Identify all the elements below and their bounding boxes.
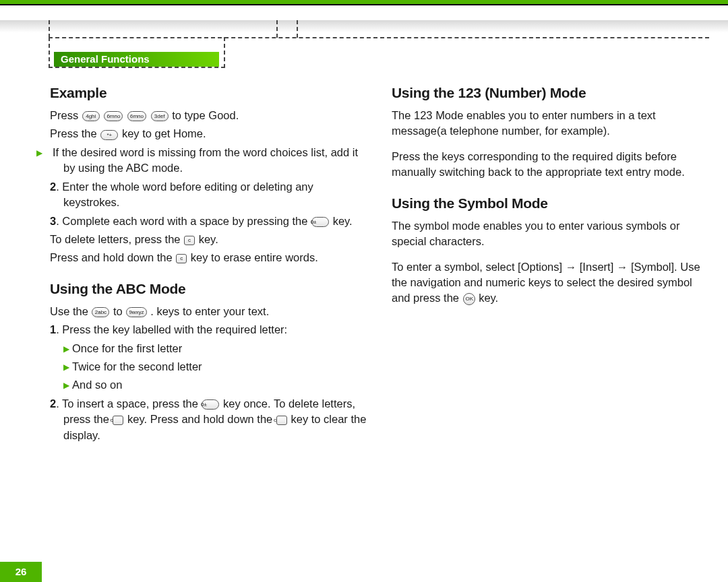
paragraph: To enter a symbol, select [Options] → [I… [392,259,709,306]
text: Twice for the second letter [72,360,202,373]
step-number: 2 [50,397,56,410]
text: . Enter the whole word before editing or… [56,181,313,208]
text: . To insert a space, press the [56,397,201,410]
text: key. [195,233,218,245]
heading-123-mode: Using the 123 (Number) Mode [392,85,709,101]
text: . Press the key labelled with the requir… [56,323,287,335]
key-6-icon: 6mno [104,111,123,121]
text: key. [330,215,353,227]
text: key. Press and hold down the [124,413,275,425]
crop-mark [49,20,50,38]
text: key. [476,292,499,304]
key-6-icon: 6mno [127,111,146,121]
text: . Complete each word with a space by pre… [56,215,311,227]
bullet-item: ▶If the desired word is missing from the… [50,145,367,176]
key-ok-icon: OK [463,293,475,305]
dashed-line [49,67,225,68]
step-number: 3 [50,215,56,227]
text: Press the [50,127,100,139]
text: Press [50,109,78,121]
key-c-icon: c [176,254,187,263]
bullet-item: ▶Twice for the second letter [50,359,367,375]
triangle-icon: ▶ [63,380,69,391]
heading-example: Example [50,85,367,101]
delete-line1: To delete letters, press the c key. [50,232,367,247]
text: Once for the first letter [72,342,182,354]
text: Press and hold down the [50,251,175,263]
example-line2: Press the *+ key to get Home. [50,126,367,141]
crop-mark [297,20,298,38]
delete-line2: Press and hold down the c key to erase e… [50,250,367,265]
text: key to get Home. [122,127,206,139]
step-number: 1 [50,323,56,335]
example-line1: Press 4ghi 6mno 6mno 3def to type Good. [50,108,367,123]
page-body: Example Press 4ghi 6mno 6mno 3def to typ… [50,85,709,556]
text: If the desired word is missing from the … [53,146,358,174]
heading-symbol-mode: Using the Symbol Mode [392,195,709,212]
header-gradient [0,20,728,38]
abc-intro: Use the 2abc to 9wxyz . keys to enter yo… [50,304,367,319]
page-number: 26 [0,562,42,582]
text: And so on [72,379,122,391]
text: to type Good. [172,109,239,121]
section-tab: General Functions [54,52,219,67]
step-number: 2 [50,181,56,193]
bullet-item: ▶And so on [50,377,367,393]
bullet-item: ▶Once for the first letter [50,341,367,356]
key-c-icon: c [184,236,195,245]
paragraph: The symbol mode enables you to enter var… [392,218,709,250]
dashed-line [224,37,225,68]
key-0-icon: 0± [311,217,329,227]
text: Use the [50,305,91,317]
text: To enter a symbol, select [Options] → [I… [392,261,700,304]
key-0-icon: 0± [202,399,219,410]
heading-abc-mode: Using the ABC Mode [50,281,367,297]
text: to [110,305,125,317]
dashed-line [49,37,50,68]
triangle-icon: ▶ [63,362,69,373]
key-4-icon: 4ghi [82,111,100,121]
key-star-icon: *+ [100,130,118,140]
right-column: Using the 123 (Number) Mode The 123 Mode… [392,85,709,556]
crop-mark [276,20,278,38]
abc-step-2: 2. To insert a space, press the 0± key o… [50,396,367,443]
paragraph: Press the keys corresponding to the requ… [392,149,709,181]
text: . keys to enter your text. [148,305,270,317]
text: To delete letters, press the [50,233,183,245]
dashed-line [49,37,709,38]
key-c-icon: c [113,416,123,425]
key-3-icon: 3def [151,111,169,121]
step-3: 3. Complete each word with a space by pr… [50,214,367,229]
text: key to erase entire words. [187,251,318,263]
top-divider [0,4,728,5]
triangle-icon: ▶ [63,344,69,355]
left-column: Example Press 4ghi 6mno 6mno 3def to typ… [50,85,367,556]
key-c-icon: c [276,416,287,425]
key-9-icon: 9wxyz [126,307,146,317]
key-2-icon: 2abc [92,307,109,317]
abc-step-1: 1. Press the key labelled with the requi… [50,322,367,337]
step-2: 2. Enter the whole word before editing o… [50,179,367,211]
paragraph: The 123 Mode enables you to enter number… [392,108,709,139]
